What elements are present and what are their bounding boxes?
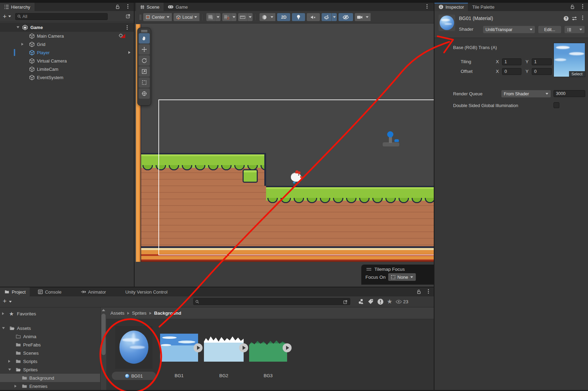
- rect-tool-button[interactable]: [139, 77, 150, 88]
- breadcrumb-background[interactable]: Background: [154, 311, 182, 316]
- expander-icon[interactable]: [2, 327, 5, 329]
- hierarchy-lock-icon[interactable]: [115, 4, 120, 10]
- expander-icon[interactable]: [8, 360, 10, 363]
- shader-dropdown[interactable]: Unlit/Transpar: [483, 26, 535, 33]
- asset-label-bg01[interactable]: BG01: [112, 372, 156, 380]
- material-menu-icon[interactable]: [582, 17, 583, 18]
- folder-item-assets[interactable]: Assets: [0, 324, 100, 332]
- scrollbar-thumb[interactable]: [101, 314, 106, 355]
- folder-item-background[interactable]: Background: [0, 374, 100, 382]
- shading-mode-dropdown[interactable]: [259, 13, 275, 21]
- play-badge-icon[interactable]: [283, 343, 292, 352]
- hierarchy-menu-icon[interactable]: [127, 6, 128, 7]
- alert-icon[interactable]: [377, 298, 384, 305]
- tab-tile-palette[interactable]: Tile Palette: [468, 3, 499, 11]
- prefab-chevron-icon[interactable]: [128, 51, 130, 54]
- hierarchy-add-button[interactable]: +: [3, 13, 7, 20]
- help-icon[interactable]: ?: [564, 16, 569, 22]
- inspector-menu-icon[interactable]: [582, 6, 583, 7]
- snap-increment-button[interactable]: [222, 13, 236, 21]
- folder-item-anima[interactable]: Anima: [0, 332, 100, 341]
- tab-project[interactable]: Project: [0, 287, 30, 296]
- hand-tool-button[interactable]: [139, 33, 150, 44]
- tree-scrollbar[interactable]: [100, 307, 106, 391]
- favorites-star-icon[interactable]: ★: [387, 298, 392, 305]
- pivot-dropdown[interactable]: Center: [143, 13, 172, 21]
- project-add-button[interactable]: +: [3, 297, 7, 305]
- project-menu-icon[interactable]: [428, 291, 429, 292]
- breadcrumb-assets[interactable]: Assets: [110, 311, 125, 316]
- asset-label-bg2[interactable]: BG2: [204, 373, 244, 378]
- material-preview-sphere[interactable]: [439, 15, 455, 31]
- dsgi-checkbox[interactable]: [553, 102, 559, 108]
- filter-by-type-icon[interactable]: [357, 298, 364, 305]
- tab-animator[interactable]: Animator: [77, 287, 110, 296]
- asset-label-bg3[interactable]: BG3: [249, 373, 287, 378]
- filter-by-label-icon[interactable]: [368, 298, 374, 305]
- audio-mute-toggle[interactable]: [307, 13, 320, 21]
- tab-console[interactable]: Console: [34, 287, 66, 296]
- tab-unity-version-control[interactable]: Unity Version Control: [121, 287, 172, 296]
- scene-viewport[interactable]: Tilemap Focus Focus On None: [135, 23, 434, 287]
- asset-bg2[interactable]: [204, 334, 244, 362]
- shader-edit-button[interactable]: Edit...: [538, 26, 561, 33]
- folder-item-scenes[interactable]: Scenes: [0, 349, 100, 357]
- visibility-toggle[interactable]: [339, 13, 353, 21]
- asset-label-bg1[interactable]: BG1: [160, 373, 198, 378]
- hierarchy-search-input[interactable]: All: [15, 13, 108, 20]
- move-tool-button[interactable]: [139, 44, 150, 55]
- effects-dropdown[interactable]: [322, 13, 337, 21]
- tab-scene[interactable]: Scene: [136, 3, 164, 11]
- expander-icon[interactable]: [2, 312, 4, 315]
- hierarchy-scene-row[interactable]: Game: [0, 23, 134, 32]
- hierarchy-item-eventsystem[interactable]: EventSystem: [0, 73, 134, 82]
- search-picker-icon[interactable]: [343, 299, 348, 305]
- base-texture-preview[interactable]: Select: [553, 43, 585, 77]
- hierarchy-add-caret[interactable]: [8, 16, 11, 17]
- folder-item-scripts[interactable]: Scripts: [0, 357, 100, 365]
- scale-tool-button[interactable]: [139, 66, 150, 77]
- hierarchy-item-grid[interactable]: Grid: [0, 40, 134, 48]
- offset-y-field[interactable]: 0: [532, 68, 552, 75]
- asset-bg1[interactable]: [160, 334, 198, 362]
- folder-item-prefabs[interactable]: PreFabs: [0, 341, 100, 349]
- ruler-button[interactable]: [238, 13, 253, 21]
- toolbar-handle[interactable]: [139, 14, 141, 20]
- folder-item-favorites[interactable]: ★Favorites: [0, 309, 100, 318]
- render-queue-value-field[interactable]: 3000: [553, 90, 585, 97]
- mode-2d-toggle[interactable]: 2D: [277, 13, 290, 21]
- texture-select-button[interactable]: Select: [569, 71, 585, 77]
- orientation-dropdown[interactable]: Local: [174, 13, 200, 21]
- play-badge-icon[interactable]: [194, 343, 203, 352]
- palette-handle[interactable]: [141, 30, 148, 32]
- expander-icon[interactable]: [17, 26, 19, 28]
- scene-menu-icon[interactable]: [127, 27, 128, 28]
- expander-icon[interactable]: [8, 369, 11, 371]
- tab-game[interactable]: Game: [164, 3, 192, 11]
- folder-item-enemies[interactable]: Enemies: [0, 382, 100, 390]
- visibility-count[interactable]: 23: [395, 299, 408, 304]
- camera-settings-dropdown[interactable]: [355, 13, 371, 21]
- grid-snap-button[interactable]: [206, 13, 220, 21]
- hierarchy-item-main-camera[interactable]: Main Camera: [0, 32, 134, 40]
- expander-icon[interactable]: [14, 385, 17, 388]
- render-queue-dropdown[interactable]: From Shader: [501, 90, 551, 97]
- breadcrumb-sprites[interactable]: Sprites: [132, 311, 147, 316]
- scrollbar-up-icon[interactable]: [102, 309, 105, 311]
- play-badge-icon[interactable]: [239, 343, 248, 352]
- rotate-tool-button[interactable]: [139, 55, 150, 66]
- folder-item-sprites[interactable]: Sprites: [0, 365, 100, 374]
- asset-grid[interactable]: BG01 BG1BG2BG3: [106, 307, 434, 391]
- overlay-handle-icon[interactable]: [366, 268, 372, 271]
- hierarchy-item-player[interactable]: Player: [0, 48, 134, 57]
- offset-x-field[interactable]: 0: [502, 68, 521, 75]
- project-add-caret[interactable]: [9, 301, 12, 303]
- lighting-toggle[interactable]: [292, 13, 305, 21]
- transform-tool-button[interactable]: [139, 88, 150, 99]
- project-search-input[interactable]: [193, 298, 350, 305]
- player-character[interactable]: [291, 170, 303, 184]
- hierarchy-item-limitecam[interactable]: LimiteCam: [0, 65, 134, 73]
- presets-icon[interactable]: [572, 16, 577, 22]
- tab-inspector[interactable]: Inspector: [434, 3, 468, 11]
- tab-hierarchy[interactable]: Hierarchy: [0, 3, 35, 11]
